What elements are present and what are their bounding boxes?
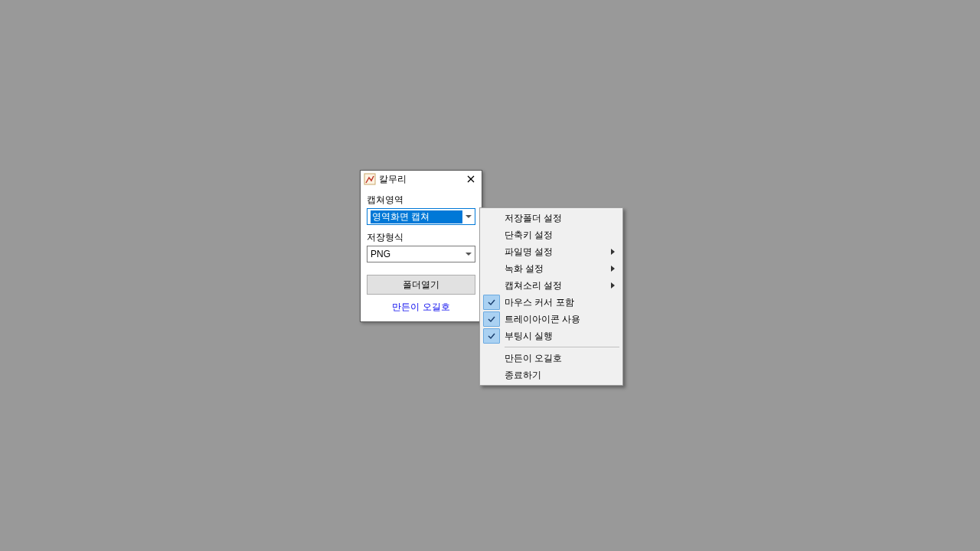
menu-check-icon [482,260,501,277]
menu-item-run-on-boot[interactable]: 부팅시 실행 [482,328,621,344]
chevron-right-icon [607,282,618,289]
menu-item-label: 마우스 커서 포함 [501,296,607,309]
menu-check-icon [482,210,501,227]
menu-item-save-folder[interactable]: 저장폴더 설정 [482,210,621,227]
save-format-label: 저장형식 [367,231,475,244]
check-icon [483,311,500,327]
window-body: 캡쳐영역 영역화면 캡쳐 저장형식 PNG 폴더열기 만든이 오길호 [361,187,482,321]
chevron-down-icon [462,246,475,262]
menu-check-icon [482,367,501,383]
menu-item-hotkey[interactable]: 단축키 설정 [482,227,621,243]
menu-check-icon [482,227,501,243]
capture-area-label: 캡쳐영역 [367,194,475,207]
open-folder-button[interactable]: 폴더열기 [367,275,475,295]
menu-item-label: 트레이아이콘 사용 [501,313,607,326]
menu-item-include-cursor[interactable]: 마우스 커서 포함 [482,294,621,311]
capture-area-combobox[interactable]: 영역화면 캡쳐 [367,208,475,225]
titlebar[interactable]: 칼무리 [361,171,482,187]
menu-item-label: 부팅시 실행 [501,330,607,343]
menu-check-icon [482,243,501,260]
menu-item-tray-icon[interactable]: 트레이아이콘 사용 [482,311,621,328]
menu-item-filename[interactable]: 파일명 설정 [482,243,621,260]
check-icon [483,328,500,344]
author-link[interactable]: 만든이 오길호 [367,301,475,314]
check-icon [483,295,500,310]
menu-check-icon [482,350,501,367]
menu-item-label: 저장폴더 설정 [501,212,607,225]
chevron-right-icon [607,249,618,255]
chevron-right-icon [607,266,618,272]
chevron-down-icon [462,209,475,224]
window-title: 칼무리 [379,173,463,186]
app-window: 칼무리 캡쳐영역 영역화면 캡쳐 저장형식 PNG 폴더열기 만든이 오길호 [360,170,482,322]
menu-item-record[interactable]: 녹화 설정 [482,260,621,277]
save-format-value: PNG [371,249,462,259]
menu-item-capture-sound[interactable]: 캡쳐소리 설정 [482,277,621,294]
close-icon [467,175,475,183]
save-format-combobox[interactable]: PNG [367,246,475,262]
menu-item-label: 파일명 설정 [501,246,607,259]
menu-item-label: 종료하기 [501,369,607,382]
app-icon [364,173,376,185]
menu-item-label: 만든이 오길호 [501,352,607,365]
menu-separator [505,347,619,347]
menu-check-icon [482,277,501,294]
menu-item-label: 단축키 설정 [501,229,607,242]
capture-area-value: 영역화면 캡쳐 [371,210,462,223]
context-menu: 저장폴더 설정 단축키 설정 파일명 설정 녹화 설정 캡쳐소리 설정 마우스 … [479,207,623,386]
menu-item-label: 녹화 설정 [501,262,607,276]
menu-item-exit[interactable]: 종료하기 [482,367,621,383]
menu-item-author[interactable]: 만든이 오길호 [482,350,621,367]
menu-item-label: 캡쳐소리 설정 [501,279,607,292]
close-button[interactable] [463,171,479,187]
